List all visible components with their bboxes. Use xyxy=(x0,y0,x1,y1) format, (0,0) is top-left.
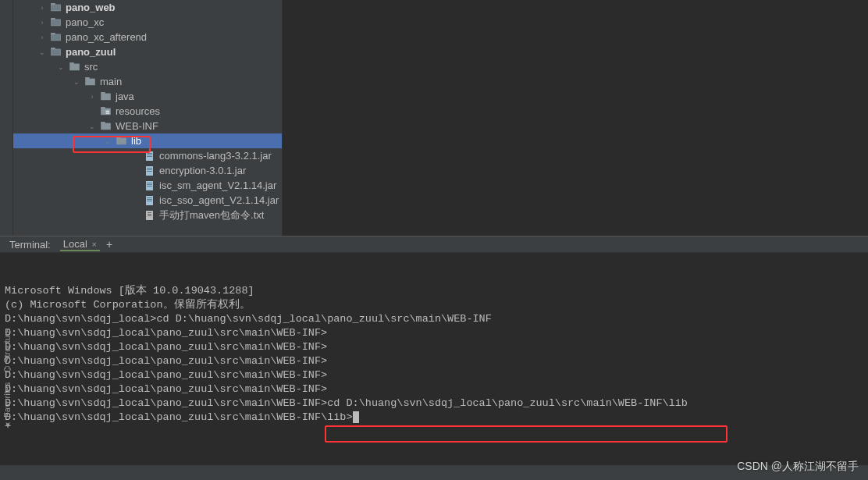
chevron-right-icon[interactable]: › xyxy=(87,91,98,102)
expander-spacer xyxy=(87,106,98,117)
chevron-down-icon[interactable]: ⌄ xyxy=(87,121,98,132)
svg-rect-33 xyxy=(147,169,152,170)
add-terminal-button[interactable]: + xyxy=(106,238,112,251)
svg-rect-30 xyxy=(147,156,152,157)
svg-rect-17 xyxy=(101,92,105,94)
terminal-line: D:\huang\svn\sdqj_local\pano_zuul\src\ma… xyxy=(5,368,863,382)
terminal-line: D:\huang\svn\sdqj_local\pano_zuul\src\ma… xyxy=(5,396,863,411)
annotation-highlight-cd-command xyxy=(325,425,727,443)
tree-item-java[interactable]: ›java xyxy=(13,89,282,104)
left-tool-panel: ★ Favorites ⌬ Structure xyxy=(0,328,13,430)
chevron-down-icon[interactable]: ⌄ xyxy=(55,62,66,73)
svg-rect-19 xyxy=(101,107,105,108)
favorites-tool-button[interactable]: ★ Favorites xyxy=(2,382,12,430)
chevron-right-icon[interactable]: › xyxy=(37,32,48,43)
terminal-line: D:\huang\svn\sdqj_local\pano_zuul\src\ma… xyxy=(5,411,863,425)
tree-item-label: java xyxy=(116,91,134,102)
svg-rect-29 xyxy=(147,155,152,155)
tree-item-isc-sso-agent-v2-1-14-jar[interactable]: isc_sso_agent_V2.1.14.jar xyxy=(13,193,282,208)
svg-rect-15 xyxy=(85,77,90,79)
svg-rect-36 xyxy=(147,183,152,183)
tree-item-pano-xc[interactable]: ›pano_xc xyxy=(13,15,282,30)
svg-rect-45 xyxy=(148,214,151,215)
tree-item-src[interactable]: ⌄src xyxy=(13,59,282,74)
close-icon[interactable]: × xyxy=(91,240,96,249)
expander-spacer xyxy=(130,210,141,221)
terminal-line: D:\huang\svn\sdqj_local\pano_zuul\src\ma… xyxy=(5,382,863,396)
svg-rect-2 xyxy=(52,5,60,10)
svg-rect-21 xyxy=(105,112,109,112)
terminal-line: Microsoft Windows [版本 10.0.19043.1288] xyxy=(5,284,863,298)
tree-item-pano-web[interactable]: ›pano_web xyxy=(13,0,282,15)
structure-icon: ⌬ xyxy=(2,365,12,373)
svg-rect-11 xyxy=(52,49,60,55)
chevron-down-icon[interactable]: ⌄ xyxy=(37,47,48,58)
terminal-title: Terminal: xyxy=(6,239,54,251)
tree-item-lib[interactable]: ⌄lib xyxy=(13,133,282,148)
svg-rect-5 xyxy=(52,20,60,25)
terminal-cursor xyxy=(353,411,359,423)
tree-item-commons-lang3-3-2-1-jar[interactable]: commons-lang3-3.2.1.jar xyxy=(13,148,282,163)
svg-rect-46 xyxy=(148,215,151,216)
terminal-output[interactable]: Microsoft Windows [版本 10.0.19043.1288](c… xyxy=(0,253,868,465)
svg-rect-24 xyxy=(101,122,105,123)
svg-rect-14 xyxy=(85,79,95,86)
svg-rect-7 xyxy=(51,33,55,34)
tree-item-label: pano_xc xyxy=(66,16,104,28)
chevron-down-icon[interactable]: ⌄ xyxy=(102,136,113,147)
chevron-right-icon[interactable]: › xyxy=(37,2,48,13)
tree-item-main[interactable]: ⌄main xyxy=(13,74,282,89)
tree-item-label: commons-lang3-3.2.1.jar xyxy=(159,150,272,162)
svg-rect-32 xyxy=(147,168,152,169)
svg-rect-41 xyxy=(147,199,152,200)
module-icon xyxy=(49,46,62,59)
svg-rect-44 xyxy=(148,212,151,213)
terminal-line: D:\huang\svn\sdqj_local>cd D:\huang\svn\… xyxy=(5,312,863,326)
tree-item-label: pano_zuul xyxy=(66,46,116,58)
tree-item-pano-zuul[interactable]: ⌄pano_zuul xyxy=(13,44,282,59)
tree-item-label: resources xyxy=(116,105,160,117)
gutter-left xyxy=(0,0,13,236)
svg-rect-25 xyxy=(116,138,126,145)
chevron-right-icon[interactable]: › xyxy=(37,17,48,28)
structure-tool-button[interactable]: ⌬ Structure xyxy=(2,328,12,373)
terminal-tab-local[interactable]: Local × xyxy=(60,238,100,251)
svg-rect-23 xyxy=(101,123,111,130)
expander-spacer xyxy=(130,180,141,191)
tree-item-label: 手动打maven包命令.txt xyxy=(159,208,264,222)
folder-icon xyxy=(68,61,80,73)
chevron-down-icon[interactable]: ⌄ xyxy=(71,76,82,87)
tree-item-label: lib xyxy=(131,135,141,147)
expander-spacer xyxy=(130,195,141,206)
jar-icon xyxy=(143,194,155,207)
tree-item-isc-sm-agent-v2-1-14-jar[interactable]: isc_sm_agent_V2.1.14.jar xyxy=(13,178,282,193)
svg-rect-12 xyxy=(69,64,80,71)
tree-item-pano-xc-afterend[interactable]: ›pano_xc_afterend xyxy=(13,30,282,44)
terminal-line: D:\huang\svn\sdqj_local\pano_zuul\src\ma… xyxy=(5,354,863,368)
tree-item-label: pano_web xyxy=(66,2,116,13)
svg-rect-42 xyxy=(147,201,152,201)
expander-spacer xyxy=(130,165,141,176)
resources-icon xyxy=(99,105,112,118)
terminal-line: D:\huang\svn\sdqj_local\pano_zuul\src\ma… xyxy=(5,340,863,354)
folder-icon xyxy=(99,91,112,103)
svg-rect-26 xyxy=(116,137,121,138)
tree-item-label: src xyxy=(84,61,98,73)
tree-item----maven----txt[interactable]: 手动打maven包命令.txt xyxy=(13,208,282,222)
tree-item-label: main xyxy=(100,76,122,87)
folder-icon xyxy=(84,76,96,88)
tree-item-web-inf[interactable]: ⌄WEB-INF xyxy=(13,119,282,133)
tree-item-resources[interactable]: resources xyxy=(13,104,282,119)
project-tree[interactable]: ›pano_web›pano_xc›pano_xc_afterend⌄pano_… xyxy=(13,0,283,236)
tree-item-label: isc_sso_agent_V2.1.14.jar xyxy=(159,194,279,206)
svg-rect-1 xyxy=(51,3,55,5)
svg-rect-40 xyxy=(147,197,152,198)
svg-rect-34 xyxy=(147,171,152,172)
terminal-tab-bar[interactable]: Terminal: Local × + xyxy=(0,236,868,253)
tree-item-encryption-3-0-1-jar[interactable]: encryption-3.0.1.jar xyxy=(13,163,282,178)
terminal-line: D:\huang\svn\sdqj_local\pano_zuul\src\ma… xyxy=(5,326,863,340)
svg-rect-28 xyxy=(147,153,152,154)
terminal-line: (c) Microsoft Corporation。保留所有权利。 xyxy=(5,298,863,312)
star-icon: ★ xyxy=(2,420,12,430)
tree-item-label: isc_sm_agent_V2.1.14.jar xyxy=(159,180,276,191)
